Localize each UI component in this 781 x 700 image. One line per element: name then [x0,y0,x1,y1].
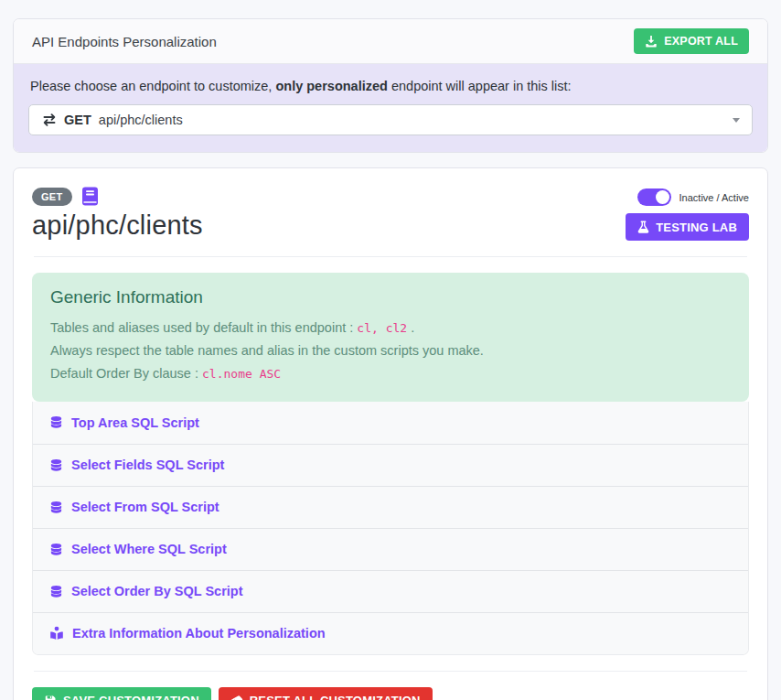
endpoint-header-right: Inactive / Active TESTING LAB [626,187,749,241]
header-divider [34,256,747,257]
endpoint-header-left: GET api/phc/clients [32,187,203,241]
reset-all-customization-button[interactable]: RESET ALL CUSTOMIZATION [219,687,433,700]
selected-path: api/phc/clients [99,113,183,127]
active-toggle[interactable] [637,188,671,206]
eraser-icon [230,695,243,700]
section-select-fields-sql[interactable]: Select Fields SQL Script [33,444,748,486]
toggle-knob [656,190,669,204]
tables-code: cl, cl2 [357,321,407,335]
testing-lab-label: TESTING LAB [656,221,737,233]
endpoint-detail-card: GET api/phc/clients Inactive / Active TE… [13,167,768,700]
section-select-from-sql[interactable]: Select From SQL Script [33,486,748,528]
method-badge: GET [32,188,72,206]
endpoint-header: GET api/phc/clients Inactive / Active TE… [32,187,749,241]
save-icon [44,695,57,700]
exchange-icon [42,113,57,127]
actions-bar: SAVE CUSTOMIZATION RESET ALL CUSTOMIZATI… [32,687,749,700]
export-all-button[interactable]: EXPORT ALL [634,28,749,54]
save-customization-button[interactable]: SAVE CUSTOMIZATION [32,687,211,700]
database-icon [49,501,63,514]
endpoint-picker-card: API Endpoints Personalization EXPORT ALL… [13,18,768,153]
database-icon [49,543,63,556]
generic-info-line-orderby: Default Order By clause : cl.nome ASC [50,362,731,385]
picker-card-header: API Endpoints Personalization EXPORT ALL [14,19,767,64]
endpoint-title: api/phc/clients [32,210,203,241]
toggle-label: Inactive / Active [679,192,749,203]
script-sections-accordion: Top Area SQL Script Select Fields SQL Sc… [32,402,749,655]
database-icon [49,415,63,429]
download-icon [645,35,658,48]
generic-info-heading: Generic Information [50,287,731,307]
save-customization-label: SAVE CUSTOMIZATION [63,695,199,700]
section-top-area-sql[interactable]: Top Area SQL Script [33,402,748,444]
generic-info-line-tables: Tables and aliases used by default in th… [50,317,731,339]
chevron-down-icon [733,118,740,123]
orderby-code: cl.nome ASC [202,367,281,381]
flask-icon [637,221,649,233]
actions-divider [34,671,747,672]
page: API Endpoints Personalization EXPORT ALL… [0,0,781,700]
section-select-order-by-sql[interactable]: Select Order By SQL Script [33,570,748,612]
section-select-where-sql[interactable]: Select Where SQL Script [33,528,748,570]
book-icon [81,187,99,206]
endpoint-picker-prompt: Please choose an endpoint to customize, … [30,79,751,93]
endpoint-select[interactable]: GETapi/phc/clients [28,104,753,135]
book-reader-icon [49,626,64,641]
generic-info-line-respect: Always respect the table names and alias… [50,339,731,362]
picker-card-body: Please choose an endpoint to customize, … [14,64,767,152]
database-icon [49,458,63,472]
page-title: API Endpoints Personalization [32,34,217,49]
export-all-label: EXPORT ALL [664,36,738,48]
testing-lab-button[interactable]: TESTING LAB [626,213,749,241]
selected-method: GET [64,113,91,127]
section-extra-information[interactable]: Extra Information About Personalization [33,612,748,654]
reset-all-customization-label: RESET ALL CUSTOMIZATION [250,695,421,700]
database-icon [49,585,63,598]
generic-info-panel: Generic Information Tables and aliases u… [32,273,749,402]
